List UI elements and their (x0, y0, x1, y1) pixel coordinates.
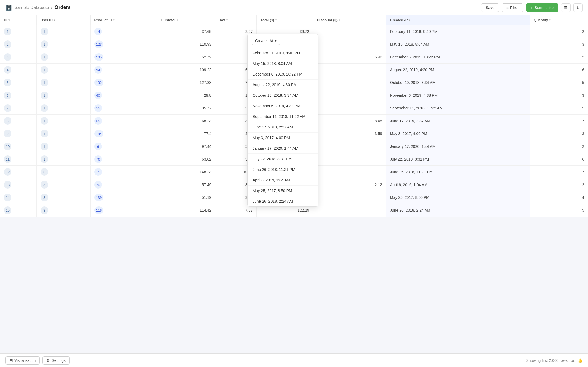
sort-icon-total: ▾ (275, 18, 277, 21)
sort-icon-tax: ▾ (226, 18, 228, 21)
dropdown-date-item[interactable]: June 26, 2018, 2:24 AM (248, 196, 318, 206)
table-cell: 15 (0, 204, 36, 217)
dropdown-date-item[interactable]: July 22, 2018, 8:31 PM (248, 154, 318, 164)
summarize-label: Summarize (534, 5, 554, 10)
dropdown-date-item[interactable]: October 10, 2018, 3:34 AM (248, 90, 318, 101)
dropdown-date-list: February 11, 2019, 9:40 PMMay 15, 2018, … (248, 48, 318, 206)
table-cell: 5 (0, 76, 36, 89)
dropdown-date-item[interactable]: September 11, 2018, 11:22 AM (248, 111, 318, 122)
header-left: 🗄️ Sample Database / Orders (5, 4, 71, 11)
sort-icon-id: ▾ (8, 18, 10, 21)
dropdown-date-item[interactable]: April 6, 2019, 1:04 AM (248, 175, 318, 186)
dropdown-date-item[interactable]: February 11, 2019, 9:40 PM (248, 48, 318, 58)
col-product-id[interactable]: Product ID ▾ (90, 15, 157, 25)
sort-icon-product-id: ▾ (113, 18, 114, 21)
table-cell: 55 (90, 102, 157, 115)
table-cell: 5 (530, 76, 588, 89)
dropdown-date-item[interactable]: May 25, 2017, 8:50 PM (248, 186, 318, 196)
table-cell: 6.42 (313, 51, 386, 64)
table-cell (313, 204, 386, 217)
filter-label: Filter (510, 5, 519, 10)
dropdown-date-item[interactable]: May 15, 2018, 8:04 AM (248, 58, 318, 69)
sort-icon-discount: ▾ (339, 18, 340, 21)
dropdown-date-item[interactable]: June 17, 2019, 2:37 AM (248, 122, 318, 133)
table-cell: 1 (36, 76, 90, 89)
table-cell: 105 (90, 51, 157, 64)
table-cell: 63.82 (157, 153, 215, 166)
table-cell: 94 (90, 64, 157, 76)
filter-button[interactable]: ≡ Filter (502, 3, 523, 12)
table-cell: 1 (36, 38, 90, 51)
table-cell-created-at: August 22, 2019, 4:30 PM (386, 64, 530, 76)
save-button[interactable]: Save (481, 3, 499, 12)
col-user-id[interactable]: User ID ▾ (36, 15, 90, 25)
table-cell: 1 (36, 102, 90, 115)
table-cell: 109.22 (157, 64, 215, 76)
dropdown-header-button[interactable]: Created At ▾ (252, 37, 280, 45)
table-cell: 8 (0, 115, 36, 127)
col-subtotal[interactable]: Subtotal ▾ (157, 15, 215, 25)
refresh-icon: ↻ (576, 5, 580, 10)
table-cell (313, 89, 386, 102)
table-cell: 13 (0, 178, 36, 191)
table-cell-created-at: June 26, 2018, 11:21 PM (386, 166, 530, 178)
dropdown-date-item[interactable]: May 3, 2017, 4:00 PM (248, 133, 318, 143)
summarize-button[interactable]: + Summarize (526, 3, 558, 12)
table-cell: 4 (530, 191, 588, 204)
col-quantity[interactable]: Quantity ▾ (530, 15, 588, 25)
table-cell: 6 (0, 89, 36, 102)
table-cell: 6 (530, 153, 588, 166)
table-cell: 6 (90, 140, 157, 153)
table-cell: 8.65 (313, 115, 386, 127)
table-cell-created-at: May 3, 2017, 4:00 PM (386, 127, 530, 140)
table-cell: 3 (36, 166, 90, 178)
col-total[interactable]: Total ($) ▾ (256, 15, 313, 25)
table-cell (313, 38, 386, 51)
table-cell: 65 (90, 115, 157, 127)
table-cell: 97.44 (157, 140, 215, 153)
col-tax[interactable]: Tax ▾ (215, 15, 257, 25)
table-cell: 184 (90, 127, 157, 140)
dropdown-date-item[interactable]: June 26, 2018, 11:21 PM (248, 164, 318, 175)
table-cell: 37.65 (157, 25, 215, 38)
table-cell: 2 (530, 178, 588, 191)
dropdown-date-item[interactable]: January 17, 2020, 1:44 AM (248, 143, 318, 154)
table-cell: 2 (530, 51, 588, 64)
table-cell: 7 (0, 102, 36, 115)
table-cell: 29.8 (157, 89, 215, 102)
refresh-button[interactable]: ↻ (573, 3, 583, 12)
table-cell: 3 (0, 51, 36, 64)
table-cell: 95.77 (157, 102, 215, 115)
table-cell-created-at: May 25, 2017, 8:50 PM (386, 191, 530, 204)
rows-view-button[interactable]: ☰ (561, 3, 571, 12)
sort-icon-subtotal: ▾ (177, 18, 178, 21)
table-cell: 1 (36, 140, 90, 153)
dropdown-date-item[interactable]: December 6, 2019, 10:22 PM (248, 69, 318, 80)
table-container: ID ▾ User ID ▾ Product ID ▾ (0, 15, 588, 353)
table-cell-created-at: May 15, 2018, 8:04 AM (386, 38, 530, 51)
table-cell: 116 (90, 204, 157, 217)
dropdown-date-item[interactable]: November 6, 2019, 4:38 PM (248, 101, 318, 111)
table-cell: 1 (36, 64, 90, 76)
table-cell: 3.59 (313, 127, 386, 140)
table-cell: 3 (530, 38, 588, 51)
table-cell: 127.88 (157, 76, 215, 89)
table-cell: 10 (0, 140, 36, 153)
dropdown-date-item[interactable]: August 22, 2019, 4:30 PM (248, 80, 318, 90)
col-discount[interactable]: Discount ($) ▾ (313, 15, 386, 25)
table-cell (313, 140, 386, 153)
table-cell: 3 (530, 89, 588, 102)
plus-icon: + (531, 5, 533, 10)
table-cell: 7 (530, 166, 588, 178)
breadcrumb-separator: / (51, 5, 52, 10)
table-cell: 6 (530, 64, 588, 76)
col-id[interactable]: ID ▾ (0, 15, 36, 25)
table-cell: 1 (36, 153, 90, 166)
table-cell: 5 (530, 102, 588, 115)
table-cell-created-at: November 6, 2019, 4:38 PM (386, 89, 530, 102)
table-cell: 76 (90, 153, 157, 166)
col-created-at[interactable]: Created At ▾ (386, 15, 530, 25)
table-cell: 70 (90, 178, 157, 191)
sort-icon-quantity: ▾ (549, 18, 550, 21)
database-icon: 🗄️ (5, 4, 12, 11)
